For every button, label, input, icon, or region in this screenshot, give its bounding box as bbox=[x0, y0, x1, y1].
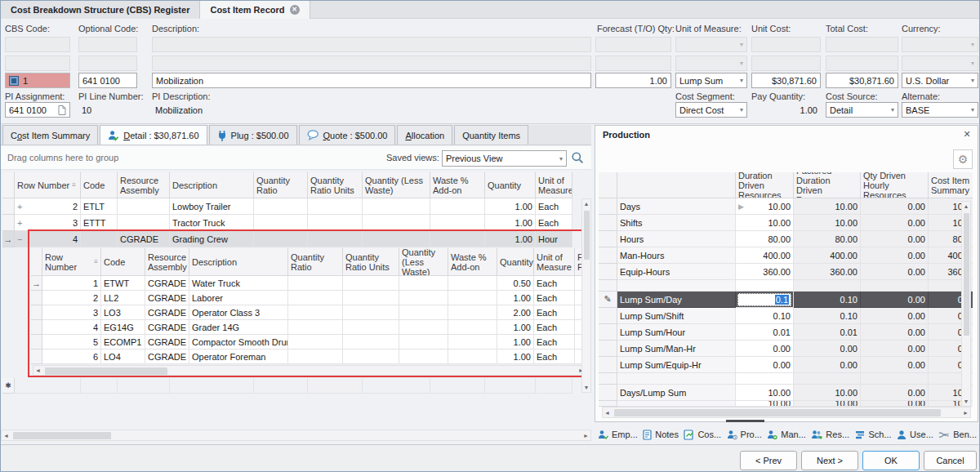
forecast-qty-input[interactable]: 1.00 bbox=[595, 73, 671, 88]
currency-select[interactable]: U.S. Dollar▾ bbox=[902, 73, 978, 88]
scrollbar-thumb[interactable] bbox=[614, 409, 941, 416]
expand-icon[interactable]: + bbox=[17, 218, 22, 228]
col-quantity-less-waste[interactable]: Quantity (Less Waste) bbox=[363, 172, 430, 198]
cbs-code-cell[interactable]: 1 bbox=[5, 73, 70, 88]
dropdown-caret-icon[interactable]: ▾ bbox=[971, 77, 974, 84]
toolbar-item-employees[interactable]: Emp... bbox=[598, 430, 638, 440]
col-description[interactable]: Description bbox=[170, 172, 254, 198]
col-quantity-ratio-units[interactable]: Quantity Ratio Units bbox=[343, 248, 399, 276]
tab-cbs-register[interactable]: Cost Breakdown Structure (CBS) Register bbox=[1, 1, 200, 19]
col-qty-driven-hourly[interactable]: Qty Driven Hourly Resources bbox=[861, 172, 929, 198]
resource-row-selected[interactable]: → −4 CGRADE Grading Crew 1.00 Hour bbox=[2, 231, 572, 247]
col-resource-assembly[interactable]: Resource Assembly bbox=[118, 172, 170, 198]
crew-row[interactable]: → 1 ETWT CGRADE Water Truck 0.50 Each bbox=[31, 276, 589, 291]
scrollbar-thumb[interactable] bbox=[13, 432, 111, 439]
collapse-icon[interactable]: − bbox=[17, 234, 22, 244]
toolbar-item-benchmark[interactable]: Ben... bbox=[938, 430, 977, 439]
col-duration-driven[interactable]: Duration Driven Resources bbox=[736, 172, 794, 198]
toolbar-item-resources[interactable]: Res... bbox=[811, 430, 849, 440]
document-icon[interactable] bbox=[58, 105, 66, 115]
tab-allocation[interactable]: Allocation bbox=[397, 125, 452, 145]
cancel-button[interactable]: Cancel bbox=[924, 451, 977, 470]
crew-row[interactable]: 2 LL2 CGRADE Laborer 1.00 Each bbox=[31, 291, 589, 305]
dropdown-caret-icon[interactable]: ▾ bbox=[559, 155, 563, 163]
crew-grid-hscrollbar[interactable]: ◄ ► bbox=[33, 365, 586, 376]
tab-detail[interactable]: Detail : $30,871.60 bbox=[100, 125, 207, 145]
scroll-up-icon[interactable]: ▲ bbox=[582, 199, 591, 208]
crew-row[interactable]: 5 ECOMP1 CGRADE Compactor Smooth Drum 1.… bbox=[31, 335, 589, 350]
toolbar-item-costs[interactable]: Cos... bbox=[684, 430, 721, 440]
prev-button[interactable]: < Prev bbox=[740, 451, 797, 470]
production-row[interactable]: Lump Sum/Man-Hr 0.00 0.00 0.00 0.0 bbox=[599, 341, 973, 357]
scroll-right-icon[interactable]: ► bbox=[581, 431, 590, 440]
expand-icon[interactable]: + bbox=[17, 202, 22, 212]
dropdown-caret-icon[interactable]: ▾ bbox=[971, 106, 974, 114]
scroll-down-icon[interactable]: ▼ bbox=[962, 397, 971, 406]
ok-button[interactable]: OK bbox=[862, 451, 920, 470]
gear-icon[interactable]: ⚙ bbox=[953, 149, 973, 169]
total-cost-input[interactable]: $30,871.60 bbox=[826, 73, 898, 88]
alternate-select[interactable]: BASE▾ bbox=[902, 102, 978, 118]
crew-row[interactable]: 6 LO4 CGRADE Operator Foreman 1.00 Each bbox=[31, 350, 589, 364]
col-waste-addon[interactable]: Waste % Add-on bbox=[430, 172, 485, 198]
close-panel-icon[interactable]: ✕ bbox=[961, 129, 973, 140]
duration-edit-cell[interactable]: 0.1 bbox=[736, 292, 794, 308]
scrollbar-thumb[interactable] bbox=[45, 367, 167, 375]
col-description[interactable]: Description bbox=[189, 248, 288, 276]
toolbar-item-manage[interactable]: Man... bbox=[767, 430, 806, 440]
production-row[interactable]: Lump Sum/Hour 0.01 0.01 0.00 0.0 bbox=[599, 324, 973, 341]
scroll-down-icon[interactable]: ▼ bbox=[582, 383, 591, 392]
col-row-number[interactable]: Row Number≡ bbox=[42, 248, 101, 276]
col-unit-of-measure[interactable]: Unit of Measure bbox=[534, 248, 575, 276]
resource-row[interactable]: +2 ETLT Lowboy Trailer 1.00 Each bbox=[2, 198, 572, 215]
production-row[interactable]: Man-Hours 400.00 400.00 0.00 400.0 bbox=[599, 247, 973, 264]
optional-code-input[interactable]: 641 0100 bbox=[78, 73, 137, 88]
production-row[interactable]: Shifts 10.00 10.00 0.00 10.0 bbox=[599, 215, 973, 231]
tab-cost-item-record[interactable]: Cost Item Record ✕ bbox=[200, 1, 310, 19]
toolbar-item-production[interactable]: Pro... bbox=[727, 430, 762, 440]
col-quantity-ratio-units[interactable]: Quantity Ratio Units bbox=[308, 172, 363, 198]
panel-resize-grip[interactable] bbox=[726, 420, 764, 422]
production-row-clipped[interactable]: 10.00 10.00 0.00 10.0 bbox=[599, 401, 973, 407]
tab-quote[interactable]: Quote : $500.00 bbox=[299, 125, 396, 145]
scroll-up-icon[interactable]: ▲ bbox=[962, 202, 971, 211]
tab-plug[interactable]: Plug : $500.00 bbox=[209, 125, 297, 145]
description-input[interactable]: Mobilization bbox=[152, 73, 591, 88]
scrollbar-thumb[interactable] bbox=[964, 213, 969, 336]
col-factored-duration[interactable]: Factored Duration Driven Resources bbox=[794, 172, 861, 198]
resource-row[interactable]: +3 ETTT Tractor Truck 1.00 Each bbox=[2, 215, 572, 231]
toolbar-item-notes[interactable]: Notes bbox=[643, 430, 679, 440]
scroll-left-icon[interactable]: ◄ bbox=[33, 366, 42, 375]
toolbar-item-user[interactable]: Use... bbox=[897, 430, 933, 440]
crew-row[interactable]: 4 EG14G CGRADE Grader 14G 1.00 Each bbox=[31, 320, 589, 335]
col-quantity-ratio[interactable]: Quantity Ratio bbox=[254, 172, 308, 198]
unit-of-measure-select[interactable]: Lump Sum▾ bbox=[675, 73, 747, 88]
scroll-right-icon[interactable]: ► bbox=[961, 408, 970, 417]
col-unit-of-measure[interactable]: Unit of Measure bbox=[536, 172, 572, 198]
tab-cost-item-summary[interactable]: Cost Item Summary bbox=[2, 125, 98, 145]
col-row-number[interactable]: Row Number≡ bbox=[15, 172, 81, 198]
next-button[interactable]: Next > bbox=[801, 451, 858, 470]
cost-segment-select[interactable]: Direct Cost▾ bbox=[675, 102, 747, 118]
search-icon[interactable] bbox=[571, 151, 584, 164]
col-waste-addon[interactable]: Waste % Add-on bbox=[448, 248, 497, 276]
col-resource-assembly[interactable]: Resource Assembly bbox=[145, 248, 189, 276]
crew-row[interactable]: 3 LO3 CGRADE Operator Class 3 2.00 Each bbox=[31, 305, 589, 320]
production-row-selected[interactable]: ✎ Lump Sum/Day 0.1 0.10 0.00 0.1 bbox=[599, 292, 973, 308]
production-row[interactable]: Days ▶10.00 10.00 0.00 10.0 bbox=[599, 198, 973, 215]
left-panel-hscrollbar[interactable]: ◄ ► bbox=[1, 430, 591, 441]
new-row[interactable]: ✱ bbox=[2, 378, 572, 394]
tab-quantity-items[interactable]: Quantity Items bbox=[454, 125, 528, 145]
dropdown-caret-icon[interactable]: ▾ bbox=[740, 106, 743, 114]
resource-grid-vscrollbar[interactable]: ▲ ▼ bbox=[581, 198, 591, 393]
col-quantity[interactable]: Quantity bbox=[485, 172, 536, 198]
col-cost-item-summary[interactable]: Cost Item Summary bbox=[929, 172, 973, 198]
production-hscrollbar[interactable]: ◄ ► bbox=[602, 407, 971, 418]
close-tab-icon[interactable]: ✕ bbox=[290, 5, 300, 15]
unit-cost-input[interactable]: $30,871.60 bbox=[751, 73, 821, 88]
production-row[interactable]: Lump Sum/Equip-Hr 0.00 0.00 0.00 0.0 bbox=[599, 357, 973, 373]
col-quantity-less-waste[interactable]: Quantity (Less Waste) bbox=[399, 248, 448, 276]
scrollbar-thumb[interactable] bbox=[584, 211, 590, 260]
scroll-left-icon[interactable]: ◄ bbox=[2, 431, 11, 440]
dropdown-caret-icon[interactable]: ▾ bbox=[740, 77, 743, 84]
